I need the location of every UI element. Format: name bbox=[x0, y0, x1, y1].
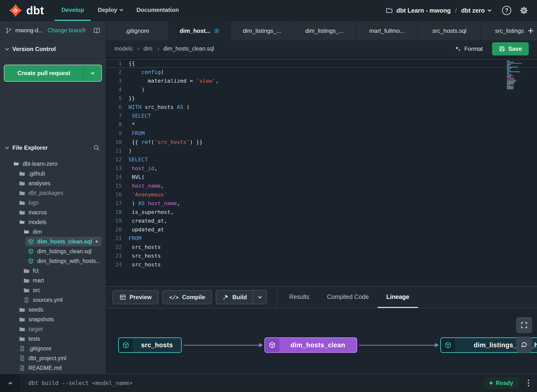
tree-item-src[interactable]: src bbox=[21, 285, 101, 295]
file-explorer-header[interactable]: File Explorer bbox=[0, 139, 106, 157]
breadcrumb-dim[interactable]: dim bbox=[143, 45, 152, 52]
tree-item-sources-yml[interactable]: sources.yml bbox=[21, 295, 101, 305]
tab-dim-host[interactable]: dim_host... bbox=[169, 21, 231, 40]
tree-item-dbt-project-yml[interactable]: dbt_project.yml bbox=[17, 353, 101, 363]
code-line[interactable]: 21FROM bbox=[106, 234, 537, 243]
model-cube-icon bbox=[119, 338, 133, 352]
code-line[interactable]: 23 src_hosts bbox=[106, 252, 537, 260]
tree-item-label: .gitignore bbox=[28, 345, 52, 352]
code-line[interactable]: 7 SELECT bbox=[106, 112, 537, 120]
tab-src-hosts-sql[interactable]: src_hosts.sql bbox=[418, 21, 481, 40]
tree-item-label: analyses bbox=[28, 180, 51, 187]
project-selector[interactable]: dbt Learn - mwong / dbt zero bbox=[386, 0, 491, 21]
nav-deploy[interactable]: Deploy bbox=[91, 0, 130, 21]
help-icon[interactable]: ? bbox=[502, 6, 511, 15]
top-navigation: dbt Develop Deploy Documentation dbt Lea… bbox=[0, 0, 537, 21]
book-icon[interactable] bbox=[93, 27, 100, 34]
code-line[interactable]: 5}} bbox=[106, 94, 537, 103]
file-icon bbox=[19, 365, 25, 371]
code-line[interactable]: 19 created_at, bbox=[106, 217, 537, 225]
tree-item-dim[interactable]: dim bbox=[21, 227, 101, 237]
build-button[interactable]: Build bbox=[216, 291, 253, 304]
breadcrumb-models[interactable]: models bbox=[114, 45, 132, 52]
lineage-node-src-hosts[interactable]: src_hosts bbox=[118, 337, 182, 353]
lineage-canvas[interactable]: src_hostsdim_hosts_cleandim_listings_wit… bbox=[106, 308, 537, 374]
breadcrumb-file: dim_hosts_clean.sql bbox=[163, 45, 214, 52]
code-line[interactable]: 13 host_id, bbox=[106, 164, 537, 173]
tree-item-tests[interactable]: tests bbox=[17, 334, 101, 344]
tree-item-mart[interactable]: mart bbox=[21, 276, 101, 285]
tab-dim-listings[interactable]: dim_listings_... bbox=[294, 21, 356, 40]
tab-compiled-code[interactable]: Compiled Code bbox=[318, 287, 378, 308]
tree-item-macros[interactable]: macros bbox=[17, 208, 101, 217]
tree-item-dbt-packages[interactable]: dbt_packages bbox=[17, 188, 101, 198]
build-dropdown-button[interactable] bbox=[253, 291, 266, 304]
version-control-header[interactable]: Version Control bbox=[0, 40, 106, 58]
line-number: 4 bbox=[106, 85, 129, 94]
tree-item-dim-listings-with-hosts[interactable]: dim_listings_with_hosts... bbox=[25, 256, 101, 266]
lineage-node-dim-hosts-clean[interactable]: dim_hosts_clean bbox=[264, 337, 357, 353]
tree-item-snapshots[interactable]: snapshots bbox=[17, 314, 101, 324]
preview-button[interactable]: Preview bbox=[113, 290, 158, 304]
code-line[interactable]: 8 * bbox=[106, 120, 537, 129]
tree-item-models[interactable]: models bbox=[17, 217, 101, 227]
tab-gitignore[interactable]: .gitignore bbox=[106, 21, 169, 40]
minimap[interactable] bbox=[507, 61, 523, 90]
code-line[interactable]: 14 NVL( bbox=[106, 173, 537, 182]
tree-item-fct[interactable]: fct bbox=[21, 266, 101, 276]
code-line[interactable]: 20 updated_at bbox=[106, 225, 537, 234]
code-line[interactable]: 12SELECT bbox=[106, 155, 537, 164]
chevron-down-icon bbox=[5, 145, 9, 149]
pr-dropdown-button[interactable] bbox=[83, 65, 101, 81]
code-line[interactable]: 4 ) bbox=[106, 85, 537, 94]
tab-results[interactable]: Results bbox=[280, 287, 318, 308]
compile-button[interactable]: </> Compile bbox=[162, 290, 212, 304]
code-line[interactable]: 2 config( bbox=[106, 68, 537, 77]
format-button[interactable]: Format bbox=[454, 45, 483, 52]
code-line[interactable]: 24 src_hosts bbox=[106, 260, 537, 269]
fullscreen-icon[interactable] bbox=[516, 317, 532, 333]
change-branch-link[interactable]: Change branch bbox=[48, 27, 86, 34]
tree-item-seeds[interactable]: seeds bbox=[17, 305, 101, 314]
tree-item-label: mart bbox=[33, 277, 44, 284]
tree-item-dim-listings-clean-sql[interactable]: dim_listings_clean.sql bbox=[25, 246, 101, 256]
chevron-up-icon[interactable] bbox=[0, 374, 21, 392]
code-line[interactable]: 1{{ bbox=[106, 59, 537, 68]
folder-icon bbox=[23, 287, 30, 293]
create-pull-request-button[interactable]: Create pull request bbox=[4, 65, 102, 82]
nav-documentation[interactable]: Documentation bbox=[130, 0, 186, 21]
code-line[interactable]: 15 host_name, bbox=[106, 182, 537, 190]
tree-item-logs[interactable]: logs bbox=[17, 198, 101, 208]
code-line[interactable]: 10 {{ ref('src_hosts') }} bbox=[106, 138, 537, 147]
code-line[interactable]: 6WITH src_hosts AS ( bbox=[106, 103, 537, 112]
search-icon[interactable] bbox=[93, 144, 100, 151]
dbt-logo[interactable]: dbt bbox=[9, 0, 44, 21]
code-line[interactable]: 9 FROM bbox=[106, 129, 537, 138]
code-line[interactable]: 3 materialized = 'view', bbox=[106, 77, 537, 85]
kebab-menu-icon[interactable] bbox=[526, 378, 531, 388]
add-tab-button[interactable]: + bbox=[524, 21, 537, 40]
tree-item-readme-md[interactable]: README.md bbox=[17, 363, 101, 373]
gear-icon[interactable] bbox=[520, 6, 528, 15]
tree-item-analyses[interactable]: analyses bbox=[17, 178, 101, 188]
code-line[interactable]: 18 is_superhost, bbox=[106, 208, 537, 217]
code-line[interactable]: 17 ) AS host_name, bbox=[106, 199, 537, 208]
file-icon bbox=[23, 297, 30, 303]
code-line[interactable]: 11) bbox=[106, 147, 537, 155]
tree-item-target[interactable]: target bbox=[17, 324, 101, 334]
tree-item-gitignore[interactable]: .gitignore bbox=[17, 344, 101, 353]
tree-item-dbt-learn-zero[interactable]: dbt-learn-zero bbox=[11, 159, 101, 169]
refresh-icon[interactable] bbox=[516, 337, 532, 353]
tab-lineage[interactable]: Lineage bbox=[378, 287, 418, 308]
tree-item-dim-hosts-clean-sql[interactable]: dim_hosts_clean.sql• bbox=[25, 237, 101, 246]
code-line[interactable]: 22 src_hosts bbox=[106, 243, 537, 252]
command-input[interactable]: dbt build --select <model_name> bbox=[28, 374, 132, 392]
save-button[interactable]: Save bbox=[492, 42, 529, 55]
code-editor[interactable]: 1{{2 config(3 materialized = 'view',4 )5… bbox=[106, 58, 537, 286]
tab-mart-fullmo[interactable]: mart_fullmo... bbox=[356, 21, 418, 40]
tab-dim-listings[interactable]: dim_listings_... bbox=[231, 21, 294, 40]
code-line[interactable]: 16 'Anonymous' bbox=[106, 190, 537, 199]
line-number: 1 bbox=[106, 59, 129, 68]
tree-item-github[interactable]: .github bbox=[17, 169, 101, 178]
nav-develop[interactable]: Develop bbox=[55, 0, 91, 21]
